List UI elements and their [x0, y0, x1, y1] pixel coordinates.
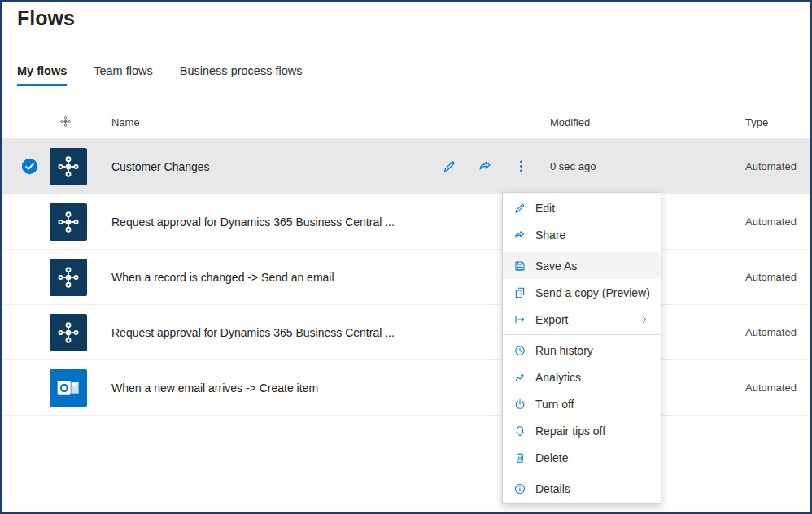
outlook-icon: O — [50, 369, 87, 407]
menu-item-label: Delete — [535, 451, 568, 464]
flow-icon — [50, 259, 87, 296]
share-icon — [513, 229, 526, 242]
menu-item-delete[interactable]: Delete — [503, 444, 661, 471]
type-value: Automated — [745, 160, 810, 172]
flow-glyph-icon — [56, 210, 81, 234]
tab-team-flows[interactable]: Team flows — [94, 64, 153, 86]
menu-item-export[interactable]: Export — [503, 306, 661, 333]
page-title: Flows — [17, 7, 75, 30]
type-value: Automated — [745, 381, 810, 394]
menu-item-turn-off[interactable]: Turn off — [503, 390, 661, 417]
menu-divider — [503, 250, 661, 250]
menu-item-send-a-copy[interactable]: Send a copy (Preview) — [503, 279, 661, 306]
tab-bar: My flows Team flows Business process flo… — [17, 64, 302, 86]
menu-item-label: Details — [535, 482, 570, 495]
menu-item-label: Export — [535, 313, 568, 326]
column-header-name[interactable]: Name — [111, 116, 550, 128]
more-options-icon[interactable] — [513, 159, 529, 174]
flow-name: Customer Changes — [111, 160, 210, 173]
menu-item-details[interactable]: Details — [503, 475, 661, 502]
edit-icon[interactable] — [442, 159, 457, 174]
menu-item-label: Turn off — [535, 398, 574, 411]
power-icon — [513, 398, 526, 411]
table-row[interactable]: When a record is changed -> Send an emai… — [2, 250, 810, 305]
selected-check-icon[interactable] — [21, 158, 38, 175]
context-menu: Edit Share Save As Send a copy (Preview)… — [502, 192, 661, 504]
menu-item-label: Save As — [535, 259, 577, 272]
menu-item-label: Send a copy (Preview) — [535, 286, 650, 299]
column-header-modified[interactable]: Modified — [550, 116, 745, 128]
table-header: Name Modified Type — [2, 107, 810, 139]
menu-item-label: Repair tips off — [535, 425, 605, 438]
flow-glyph-icon — [56, 320, 81, 345]
tab-my-flows[interactable]: My flows — [17, 64, 67, 86]
run-history-icon — [513, 344, 526, 357]
flow-icon — [50, 203, 87, 241]
menu-divider — [503, 473, 661, 473]
flow-icon — [50, 148, 87, 185]
copy-icon — [513, 286, 526, 299]
flow-glyph-icon — [56, 265, 81, 290]
flows-table: Name Modified Type Customer Changes — [2, 107, 810, 416]
table-row[interactable]: Request approval for Dynamics 365 Busine… — [2, 305, 810, 360]
menu-item-label: Share — [535, 229, 565, 242]
menu-item-label: Analytics — [535, 371, 581, 384]
flow-name: Request approval for Dynamics 365 Busine… — [111, 216, 395, 229]
column-header-type[interactable]: Type — [745, 116, 810, 128]
outlook-glyph-icon: O — [55, 375, 81, 401]
save-icon — [513, 259, 526, 272]
flow-glyph-icon — [56, 155, 81, 179]
delete-icon — [513, 451, 526, 464]
modified-value: 0 sec ago — [550, 160, 745, 172]
type-value: Automated — [745, 271, 810, 283]
header-icon-column — [48, 115, 111, 130]
info-icon — [513, 482, 526, 495]
table-row[interactable]: Request approval for Dynamics 365 Busine… — [2, 194, 810, 250]
menu-item-label: Run history — [535, 344, 593, 357]
flow-type-column-icon — [59, 115, 72, 128]
type-value: Automated — [745, 326, 810, 338]
chevron-right-icon — [639, 314, 650, 325]
analytics-icon — [513, 371, 526, 384]
flow-name: Request approval for Dynamics 365 Busine… — [111, 326, 395, 339]
menu-divider — [503, 334, 661, 335]
menu-item-repair-tips-off[interactable]: Repair tips off — [503, 417, 661, 444]
export-icon — [513, 313, 526, 326]
row-actions — [442, 159, 529, 174]
edit-icon — [513, 202, 526, 215]
menu-item-run-history[interactable]: Run history — [503, 337, 661, 364]
bell-icon — [513, 425, 526, 438]
flow-name: When a new email arrives -> Create item — [111, 381, 318, 394]
tab-business-process-flows[interactable]: Business process flows — [180, 64, 303, 86]
flow-name: When a record is changed -> Send an emai… — [111, 271, 334, 284]
table-row[interactable]: O When a new email arrives -> Create ite… — [2, 360, 810, 416]
share-icon[interactable] — [478, 159, 493, 174]
menu-item-label: Edit — [535, 202, 555, 215]
table-row-customer-changes[interactable]: Customer Changes 0 sec ago Automated — [2, 139, 810, 194]
menu-item-edit[interactable]: Edit — [503, 194, 661, 221]
menu-item-save-as[interactable]: Save As — [503, 252, 661, 279]
flows-page: Flows My flows Team flows Business proce… — [0, 0, 812, 514]
menu-item-share[interactable]: Share — [503, 221, 661, 248]
flow-icon — [50, 314, 87, 351]
svg-text:O: O — [59, 381, 68, 394]
type-value: Automated — [745, 216, 810, 228]
menu-item-analytics[interactable]: Analytics — [503, 364, 661, 390]
